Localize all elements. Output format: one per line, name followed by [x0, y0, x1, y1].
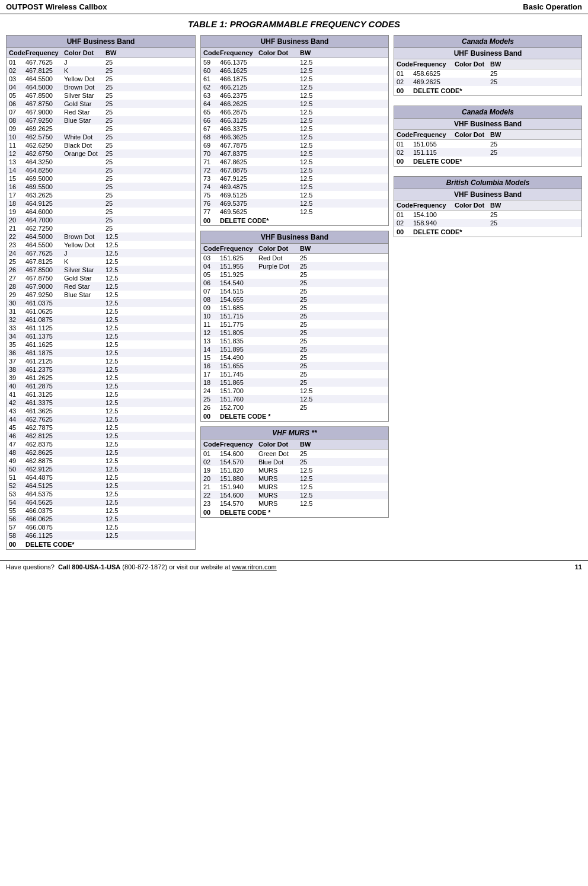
cell-2 [64, 457, 106, 464]
cell-2: Red Star [64, 283, 106, 290]
table-row: 45462.787512.5 [7, 423, 195, 432]
cell-2 [258, 133, 300, 141]
cell-3: 25 [300, 321, 318, 328]
cell-0: 22 [9, 233, 25, 240]
cell-0: 67 [203, 125, 220, 132]
cell-1: 466.1375 [220, 59, 258, 66]
cell-2 [258, 387, 300, 394]
cell-2 [258, 158, 300, 165]
table-row: 22464.5000Brown Dot12.5 [7, 232, 195, 241]
table-row: 40461.287512.5 [7, 382, 195, 390]
cell-0: 60 [203, 67, 220, 74]
canada-uhf-italic-title: Canada Models [394, 36, 581, 48]
table-row: 22154.600MURS12.5 [201, 491, 388, 499]
cell-0: 70 [203, 150, 220, 157]
cell-0: 72 [203, 167, 220, 174]
cell-1: 466.2375 [220, 92, 258, 99]
cell-2: MURS [258, 475, 300, 482]
cell-2 [64, 432, 106, 439]
table-row: 02469.262525 [394, 78, 581, 86]
cell-3: 25 [106, 84, 123, 91]
cell-3: 25 [490, 70, 507, 77]
cell-2 [258, 396, 300, 403]
cell-0: 48 [9, 449, 25, 456]
page-footer: Have questions? Call 800-USA-1-USA (800-… [0, 560, 588, 573]
cell-2 [64, 532, 106, 539]
bc-italic-title: British Columbia Models [394, 177, 581, 189]
cell-0: 56 [9, 515, 25, 522]
table-row: 03151.625Red Dot25 [201, 254, 388, 262]
cell-3: 25 [106, 59, 123, 66]
cell-3: 12.5 [106, 416, 123, 423]
table-row: 02467.8125K25 [7, 66, 195, 75]
table-row: 43461.362512.5 [7, 407, 195, 415]
col2-murs-hdr-bw: BW [300, 441, 318, 448]
cell-2 [258, 379, 300, 386]
cell-2 [64, 416, 106, 423]
cell-3: 25 [106, 158, 123, 165]
cell-3: 25 [106, 225, 123, 232]
table-row: 16469.550025 [7, 183, 195, 191]
bc-vhf: British Columbia Models VHF Business Ban… [394, 176, 582, 237]
cell-3: 12.5 [300, 150, 318, 157]
cell-3: 25 [106, 192, 123, 199]
cell-2 [455, 141, 490, 148]
cell-1: 151.760 [220, 396, 258, 403]
cell-0: 02 [203, 458, 220, 466]
cell-2 [64, 441, 106, 448]
cell-0: 02 [397, 219, 413, 227]
cell-2 [258, 288, 300, 295]
cell-2 [258, 279, 300, 286]
table-row: 11462.6250Black Dot25 [7, 141, 195, 149]
cell-3: 12.5 [300, 208, 318, 215]
table-row: 15154.49025 [201, 353, 388, 362]
cell-1: 466.0875 [25, 524, 64, 531]
cell-0: 20 [203, 475, 220, 482]
canada-vhf-del-code: 00 [397, 158, 413, 165]
table-row: 42461.337512.5 [7, 399, 195, 407]
cell-2 [64, 208, 106, 215]
cell-0: 13 [203, 337, 220, 345]
cell-3: 12.5 [106, 399, 123, 406]
cell-2 [64, 333, 106, 340]
cell-3: 25 [300, 371, 318, 378]
cell-0: 71 [203, 158, 220, 165]
cell-2 [258, 404, 300, 411]
cell-1: 469.5125 [220, 192, 258, 199]
cell-1: 461.3125 [25, 391, 64, 398]
cell-3: 25 [300, 313, 318, 320]
table-row: 24151.70012.5 [201, 387, 388, 395]
cell-2 [64, 341, 106, 348]
cell-2 [64, 499, 106, 506]
canada-uhf-hdr-bw: BW [490, 60, 507, 68]
cell-1: 151.685 [220, 304, 258, 311]
cell-3: 25 [106, 125, 123, 132]
cell-3: 12.5 [300, 483, 318, 490]
table-row: 25151.76012.5 [201, 395, 388, 403]
cell-0: 23 [9, 241, 25, 248]
cell-2 [64, 183, 106, 190]
cell-3: 25 [106, 100, 123, 107]
cell-1: 467.9125 [220, 175, 258, 182]
cell-3: 25 [106, 67, 123, 74]
canada-uhf-del-code: 00 [397, 87, 413, 94]
canada-uhf-del-label: DELETE CODE* [413, 87, 579, 94]
cell-3: 25 [300, 329, 318, 336]
cell-0: 55 [9, 507, 25, 514]
cell-3: 12.5 [106, 233, 123, 240]
cell-3: 12.5 [106, 358, 123, 365]
cell-2: J [64, 250, 106, 257]
footer-page: 11 [575, 563, 582, 571]
col1-delete-label: DELETE CODE* [25, 541, 193, 548]
col2-vhf-hdr-freq: Frequency [220, 245, 258, 252]
cell-1: 462.9125 [25, 466, 64, 473]
table-row: 56466.062512.5 [7, 515, 195, 523]
cell-1: 461.0875 [25, 316, 64, 323]
cell-0: 22 [203, 492, 220, 499]
cell-3: 25 [106, 183, 123, 190]
canada-uhf: Canada Models UHF Business Band Code Fre… [394, 35, 582, 96]
cell-0: 61 [203, 75, 220, 82]
canada-vhf-hdr-color: Color Dot [455, 131, 490, 138]
cell-1: 469.2625 [413, 78, 455, 85]
cell-2 [64, 482, 106, 489]
